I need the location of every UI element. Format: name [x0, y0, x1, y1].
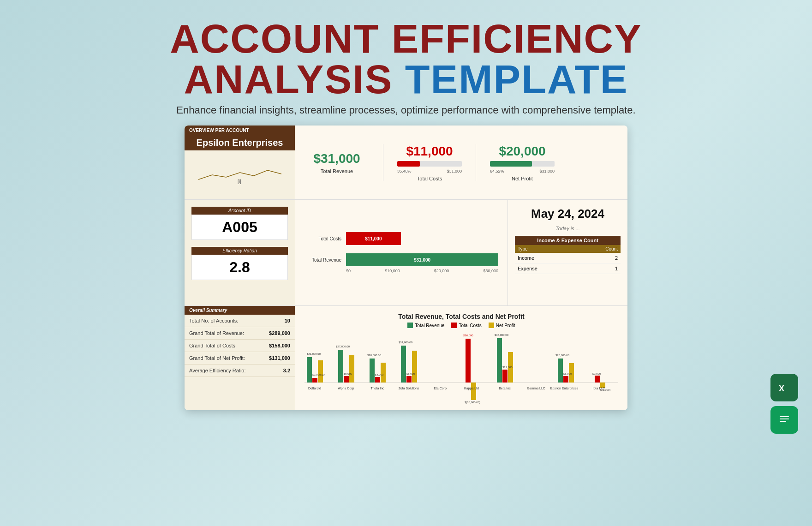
costs-bar-fill: $11,000 [346, 232, 401, 245]
account-name: Epsilon Enterprises [185, 134, 295, 150]
svg-rect-17 [401, 346, 406, 383]
svg-rect-18 [406, 376, 412, 383]
legend-yellow-dot [489, 323, 494, 328]
summary-key-1: Grand Total of Revenue: [189, 330, 244, 336]
svg-text:Iota LLC: Iota LLC [593, 387, 605, 390]
summary-panel: Overall Summary Total No. of Accounts: 1… [185, 306, 295, 410]
svg-rect-36 [558, 359, 563, 383]
legend-costs-label: Total Costs [459, 323, 481, 328]
divider-2 [476, 144, 476, 181]
bar-delta-rev [307, 357, 312, 383]
svg-text:Beta Inc: Beta Inc [499, 387, 511, 390]
costs-pct: 35.48% [397, 169, 412, 173]
summary-key-2: Grand Total of Costs: [189, 343, 237, 348]
summary-val-1: $289,000 [269, 330, 290, 336]
ie-col-type: Type [515, 245, 593, 253]
svg-text:Eta Corp: Eta Corp [434, 387, 447, 390]
ie-income-row: Income 2 [515, 253, 621, 263]
ie-income-count: 2 [593, 253, 621, 263]
total-revenue-metric: $31,000 Total Revenue [304, 151, 369, 174]
summary-header: Overall Summary [185, 306, 295, 315]
title-line2-highlight: TEMPLATE [405, 56, 628, 102]
efficiency-value: 2.8 [191, 255, 288, 280]
svg-text:Alpha Corp: Alpha Corp [338, 387, 354, 390]
costs-bar-labels: 35.48% $31,000 [397, 169, 462, 173]
dash-bottom-row: Overall Summary Total No. of Accounts: 1… [185, 305, 627, 410]
efficiency-label: Efficiency Ration [191, 247, 288, 255]
svg-rect-49 [777, 412, 792, 427]
ie-table: Income & Expense Count Type Count Income… [515, 236, 621, 274]
legend-profit: Net Profit [489, 323, 515, 328]
svg-text:$36,000.00: $36,000.00 [495, 334, 509, 336]
legend-profit-label: Net Profit [496, 323, 515, 328]
summary-row-2: Grand Total of Costs: $158,000 [185, 340, 295, 352]
svg-text:X: X [779, 384, 784, 393]
sheets-icon-badge[interactable] [770, 406, 798, 434]
svg-text:Gamma LLC: Gamma LLC [527, 387, 545, 390]
main-title: ACCOUNT EFFICIENCY ANALYSIS TEMPLATE [170, 18, 642, 100]
dash-top-row: Overview per Account Epsilon Enterprises… [185, 126, 627, 199]
sparkline-area: [i] [185, 150, 295, 199]
svg-rect-37 [563, 376, 568, 383]
svg-text:$36,000: $36,000 [463, 334, 473, 337]
bar-delta-costs [312, 378, 317, 383]
ie-expense-count: 1 [593, 263, 621, 274]
svg-rect-11 [370, 359, 375, 383]
ie-income-type: Income [515, 253, 593, 263]
svg-text:Kappa Ltd: Kappa Ltd [464, 387, 479, 390]
right-metrics: $31,000 Total Revenue $11,000 35.48% $31… [295, 126, 627, 199]
svg-text:$5,000: $5,000 [344, 372, 352, 375]
excel-icon-badge[interactable]: X [770, 374, 798, 401]
costs-bar-row: Total Costs $11,000 [304, 232, 498, 245]
big-date: May 24, 2024 [515, 207, 621, 221]
svg-rect-7 [349, 355, 354, 383]
subtitle: Enhance financial insights, streamline p… [170, 104, 642, 116]
svg-text:$3,000.00: $3,000.00 [312, 373, 325, 376]
total-costs-value: $11,000 [406, 144, 453, 159]
efficiency-section: Efficiency Ration 2.8 [191, 247, 288, 280]
grouped-bar-svg: $21,000.00 $3,000.00 Delta Ltd $27,000.0… [304, 332, 618, 406]
svg-text:$(35,000.00): $(35,000.00) [465, 401, 480, 404]
svg-text:$20,000.00: $20,000.00 [367, 354, 382, 357]
costs-bar-fill [397, 161, 420, 167]
grouped-bar-chart: $21,000.00 $3,000.00 Delta Ltd $27,000.0… [304, 332, 618, 406]
revenue-bar-row: Total Revenue $31,000 [304, 253, 498, 266]
net-profit-metric: $20,000 64.52% $31,000 Net Profit [490, 144, 555, 181]
svg-text:$27,000.00: $27,000.00 [336, 345, 350, 348]
axis-20k: $20,000 [434, 269, 449, 273]
today-label: Today is ... [515, 226, 621, 231]
legend-green-dot [407, 323, 413, 328]
dashboard: Overview per Account Epsilon Enterprises… [185, 126, 627, 410]
account-id-section: Account ID A005 [191, 207, 288, 240]
summary-key-0: Total No. of Accounts: [189, 318, 238, 323]
svg-text:Theta Inc: Theta Inc [370, 387, 384, 390]
profit-bar-fill [490, 161, 532, 167]
svg-text:$5,000: $5,000 [406, 372, 415, 375]
svg-text:$20,000.00: $20,000.00 [555, 354, 570, 357]
profit-ref: $31,000 [539, 169, 555, 173]
axis-30k: $30,000 [483, 269, 498, 273]
svg-rect-24 [466, 339, 471, 383]
bottom-chart-area: Total Revenue, Total Costs and Net Profi… [295, 306, 627, 410]
total-revenue-value: $31,000 [313, 151, 360, 166]
axis-0: $0 [346, 269, 351, 273]
ie-expense-type: Expense [515, 263, 593, 274]
bar-delta-profit [318, 360, 323, 383]
svg-text:$11,000: $11,000 [502, 366, 513, 369]
excel-icon-svg: X [777, 380, 792, 395]
account-id-value: A005 [191, 215, 288, 240]
total-revenue-label: Total Revenue [321, 168, 353, 174]
summary-val-3: $131,000 [269, 355, 290, 361]
dash-middle-row: Account ID A005 Efficiency Ration 2.8 To… [185, 199, 627, 305]
overview-label: Overview per Account [185, 126, 295, 134]
ie-expense-row: Expense 1 [515, 263, 621, 274]
account-panel: Overview per Account Epsilon Enterprises… [185, 126, 295, 199]
summary-row-1: Grand Total of Revenue: $289,000 [185, 327, 295, 340]
date-section: May 24, 2024 Today is ... Income & Expen… [508, 200, 627, 305]
total-costs-metric: $11,000 35.48% $31,000 Total Costs [397, 144, 462, 181]
svg-text:$4,000: $4,000 [375, 373, 384, 376]
ie-col-count: Count [593, 245, 621, 253]
svg-rect-30 [502, 370, 508, 383]
icon-badges-area: X [770, 374, 798, 434]
svg-rect-51 [780, 418, 789, 419]
